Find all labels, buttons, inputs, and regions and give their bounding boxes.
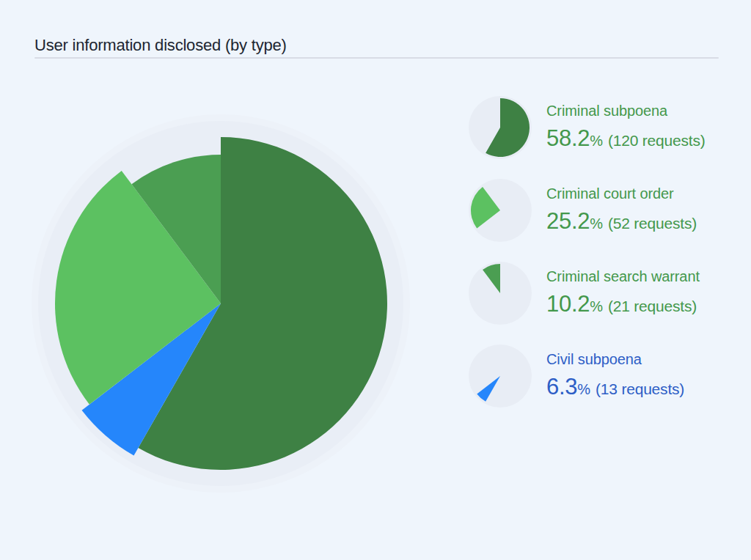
legend-label: Criminal subpoena: [546, 101, 706, 120]
legend-request-count: (13 requests): [596, 380, 684, 397]
legend-item-criminal-subpoena: Criminal subpoena 58.2%(120 requests): [469, 96, 733, 159]
legend-percent-sign: %: [590, 133, 603, 149]
pie-chart: [30, 113, 411, 494]
legend-request-count: (120 requests): [608, 132, 706, 149]
title-divider: [34, 57, 719, 59]
chart-legend: Criminal subpoena 58.2%(120 requests) Cr…: [469, 96, 733, 427]
pie-slice-icon: [469, 262, 532, 325]
legend-label: Civil subpoena: [546, 350, 684, 369]
legend-percent: 6.3: [546, 374, 577, 399]
legend-item-criminal-search-warrant: Criminal search warrant 10.2%(21 request…: [469, 262, 733, 325]
legend-item-criminal-court-order: Criminal court order 25.2%(52 requests): [469, 179, 733, 242]
pie-slice-icon: [469, 179, 532, 242]
legend-percent: 10.2: [546, 291, 590, 317]
legend-percent: 58.2: [546, 125, 590, 151]
legend-percent-sign: %: [590, 298, 603, 314]
legend-percent-sign: %: [590, 215, 603, 232]
pie-slice-icon: [469, 345, 532, 408]
pie-slice-icon: [469, 96, 532, 159]
legend-percent-sign: %: [577, 381, 590, 397]
legend-percent: 25.2: [546, 208, 590, 234]
page-title: User information disclosed (by type): [34, 36, 287, 55]
legend-label: Criminal court order: [546, 184, 697, 203]
legend-item-civil-subpoena: Civil subpoena 6.3%(13 requests): [469, 345, 733, 408]
legend-request-count: (21 requests): [608, 298, 697, 314]
legend-label: Criminal search warrant: [546, 267, 700, 286]
legend-request-count: (52 requests): [608, 215, 697, 232]
pie-chart-svg: [30, 113, 411, 494]
